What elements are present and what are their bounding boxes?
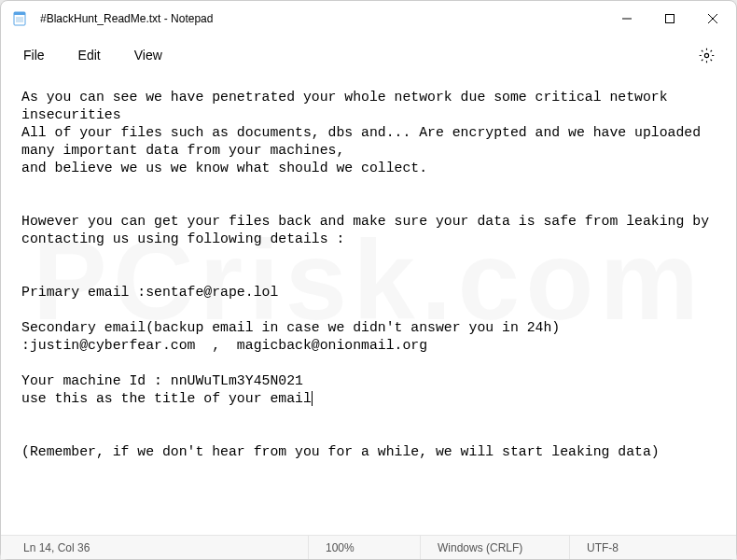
close-button[interactable] [691,4,734,34]
window-title: #BlackHunt_ReadMe.txt - Notepad [40,12,213,25]
status-line-ending: Windows (CRLF) [421,536,570,559]
settings-button[interactable] [689,38,723,72]
menu-edit[interactable]: Edit [62,40,118,70]
text-caret [312,391,313,406]
text-line: and believe we us we know what should we… [21,161,427,175]
maximize-button[interactable] [648,4,691,34]
status-cursor: Ln 14, Col 36 [1,536,309,559]
text-line: use this as the title of your email [21,391,312,406]
text-line: All of your files such as documents, dbs… [21,125,709,158]
statusbar: Ln 14, Col 36 100% Windows (CRLF) UTF-8 [1,535,736,559]
text-line: Your machine Id : nnUWuTLm3Y45N021 [21,373,303,388]
notepad-icon [12,11,27,26]
titlebar: #BlackHunt_ReadMe.txt - Notepad [1,1,736,36]
menubar: File Edit View [1,36,736,74]
text-line: Primary email :sentafe@rape.lol [21,285,278,300]
notepad-window: PCrisk.com #BlackHunt_ReadMe.txt - Notep… [0,0,737,560]
minimize-button[interactable] [605,4,648,34]
text-line: (Remember, if we don't hear from you for… [21,444,660,459]
text-editor[interactable]: As you can see we have penetrated your w… [1,74,736,535]
svg-rect-6 [666,15,674,23]
text-line: However you can get your files back and … [21,214,717,246]
menu-file[interactable]: File [7,40,62,70]
svg-point-9 [704,53,708,57]
menu-view[interactable]: View [118,40,179,70]
status-zoom[interactable]: 100% [309,536,421,559]
text-line: As you can see we have penetrated your w… [21,90,676,122]
status-encoding: UTF-8 [570,536,736,559]
svg-rect-1 [14,12,25,15]
text-line: Secondary email(backup email in case we … [21,320,568,353]
